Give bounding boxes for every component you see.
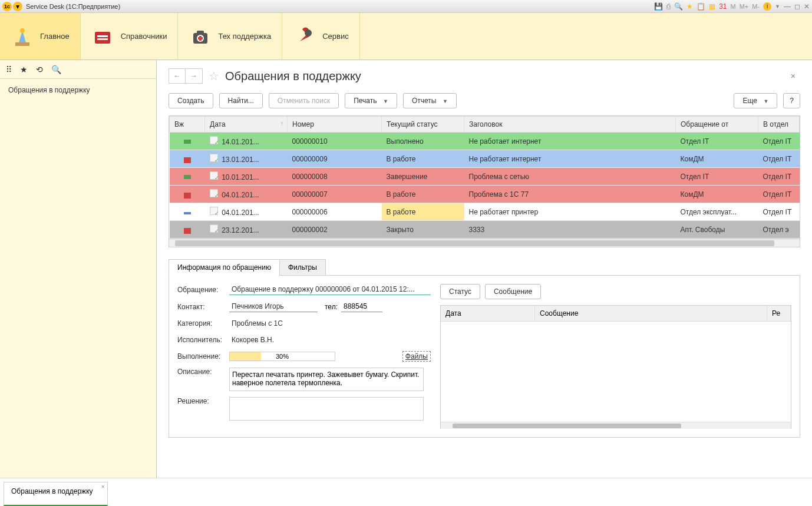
col-from[interactable]: Обращение от [676, 117, 758, 133]
document-icon [210, 154, 218, 162]
table-row[interactable]: 04.01.201...000000007В работеПроблема с … [170, 186, 800, 203]
medkit-icon [189, 25, 212, 48]
tab-filters[interactable]: Фильтры [279, 259, 326, 276]
page-close-button[interactable]: × [786, 71, 800, 81]
preview-icon[interactable]: 🔍 [674, 2, 683, 11]
close-button[interactable]: ✕ [804, 2, 810, 11]
reports-button[interactable]: Отчеты [403, 93, 457, 108]
priority-icon [184, 159, 191, 161]
clipboard-icon[interactable]: 📋 [697, 2, 705, 11]
detail-form: Обращение: Обращение в поддержку 0000000… [177, 284, 431, 429]
print-icon[interactable]: ⎙ [666, 2, 671, 11]
help-button[interactable]: ? [783, 93, 800, 108]
dropdown-icon[interactable]: ▾ [13, 2, 22, 11]
titlebar-actions: 💾 ⎙ 🔍 ★ 📋 ▦ 31 M M+ M- i ▼ — ◻ ✕ [654, 2, 810, 11]
lamp-icon [11, 25, 34, 48]
ribbon-service[interactable]: Сервис [282, 13, 360, 59]
svg-rect-0 [15, 42, 29, 46]
table-row[interactable]: 13.01.201...000000009В работеНе работает… [170, 150, 800, 168]
svg-rect-4 [97, 38, 108, 40]
contact-value[interactable]: Печников Игорь [229, 301, 318, 312]
m-plus-button[interactable]: M+ [740, 3, 749, 10]
actionbar: Создать Найти... Отменить поиск Печать О… [157, 90, 812, 115]
message-table: Дата Сообщение Ре [440, 305, 791, 429]
ticket-table: Вж Дата↑ Номер Текущий статус Заголовок … [169, 115, 800, 239]
sidebar: ⠿ ★ ⟲ 🔍 Обращения в поддержку [0, 60, 157, 478]
svg-rect-6 [197, 31, 204, 34]
find-button[interactable]: Найти... [219, 93, 263, 108]
msg-col-re[interactable]: Ре [767, 306, 791, 321]
star-icon[interactable]: ★ [20, 65, 28, 74]
m-button[interactable]: M [730, 3, 735, 10]
ribbon-directories[interactable]: Справочники [81, 13, 179, 59]
sidebar-toolbar: ⠿ ★ ⟲ 🔍 [0, 60, 156, 79]
col-dept[interactable]: В отдел [758, 117, 800, 133]
tab-info[interactable]: Информация по обращению [169, 259, 280, 276]
info-icon[interactable]: i [763, 2, 771, 11]
table-row[interactable]: 10.01.201...000000008ЗавершениеПроблема … [170, 168, 800, 186]
minimize-button[interactable]: — [784, 2, 791, 11]
search-icon[interactable]: 🔍 [51, 65, 61, 74]
bottom-tab-tickets[interactable]: Обращения в поддержку × [4, 482, 108, 506]
tab-close-icon[interactable]: × [101, 484, 105, 490]
msg-scrollbar[interactable] [441, 422, 791, 429]
table-row[interactable]: 23.12.201...000000002Закрыто3333Апт. Сво… [170, 221, 800, 239]
cancel-search-button: Отменить поиск [269, 93, 339, 108]
progress-label: Выполнение: [177, 352, 229, 361]
print-button[interactable]: Печать [345, 93, 397, 108]
col-date[interactable]: Дата↑ [205, 117, 288, 133]
ribbon-main[interactable]: Главное [0, 13, 81, 59]
ribbon-support[interactable]: Тех поддержка [178, 13, 282, 59]
progress-bar: 30% [229, 352, 335, 361]
ribbon: Главное Справочники Тех поддержка Сервис [0, 13, 812, 60]
msg-col-msg[interactable]: Сообщение [535, 306, 767, 321]
grid-icon[interactable]: ⠿ [6, 65, 12, 74]
category-label: Категория: [177, 319, 229, 328]
ticket-value[interactable]: Обращение в поддержку 000000006 от 04.01… [229, 284, 431, 295]
more-button[interactable]: Еще [734, 93, 777, 108]
sidebar-link-tickets[interactable]: Обращения в поддержку [0, 79, 156, 101]
ribbon-label: Тех поддержка [218, 32, 271, 41]
resolution-label: Решение: [177, 397, 229, 405]
executor-label: Исполнитель: [177, 336, 229, 344]
table-row[interactable]: 14.01.201...000000010ВыполненоНе работае… [170, 133, 800, 150]
nav-back-button[interactable]: ← [169, 69, 186, 83]
priority-icon [184, 141, 191, 144]
create-button[interactable]: Создать [169, 93, 213, 108]
document-icon [210, 207, 218, 215]
maximize-button[interactable]: ◻ [794, 2, 800, 11]
col-status[interactable]: Текущий статус [382, 117, 464, 133]
favorite-icon[interactable]: ★ [686, 2, 693, 11]
resolution-field[interactable] [229, 397, 424, 421]
files-link[interactable]: Файлы [402, 351, 431, 362]
progress-pct: 30% [230, 353, 335, 360]
calendar-icon[interactable]: 31 [719, 2, 727, 11]
detail-messages: Статус Сообщение Дата Сообщение Ре [440, 284, 791, 429]
document-icon [210, 224, 218, 233]
executor-value: Кокорев В.Н. [229, 335, 431, 345]
m-minus-button[interactable]: M- [752, 3, 760, 10]
col-number[interactable]: Номер [288, 117, 382, 133]
status-button[interactable]: Статус [440, 284, 480, 299]
table-scrollbar[interactable] [169, 239, 800, 247]
col-title[interactable]: Заголовок [464, 117, 676, 133]
message-button[interactable]: Сообщение [485, 284, 541, 299]
priority-icon [184, 177, 191, 179]
col-priority[interactable]: Вж [170, 117, 205, 133]
folder-icon [91, 25, 115, 48]
ticket-label: Обращение: [177, 286, 229, 294]
page-favorite-icon[interactable]: ☆ [209, 69, 219, 83]
history-icon[interactable]: ⟲ [36, 65, 43, 74]
table-row[interactable]: 04.01.201...000000006В работеНе работает… [170, 203, 800, 221]
svg-rect-2 [95, 32, 110, 44]
tel-value[interactable]: 888545 [341, 301, 382, 312]
msg-col-date[interactable]: Дата [441, 306, 535, 321]
nav-forward-button[interactable]: → [186, 69, 202, 83]
description-field[interactable] [229, 368, 424, 391]
calculator-icon[interactable]: ▦ [709, 2, 715, 11]
info-chevron-icon[interactable]: ▼ [775, 4, 780, 9]
ribbon-label: Справочники [121, 32, 167, 41]
bottombar: Обращения в поддержку × [0, 478, 812, 506]
save-icon[interactable]: 💾 [654, 2, 663, 11]
category-value: Проблемы с 1С [229, 318, 431, 329]
